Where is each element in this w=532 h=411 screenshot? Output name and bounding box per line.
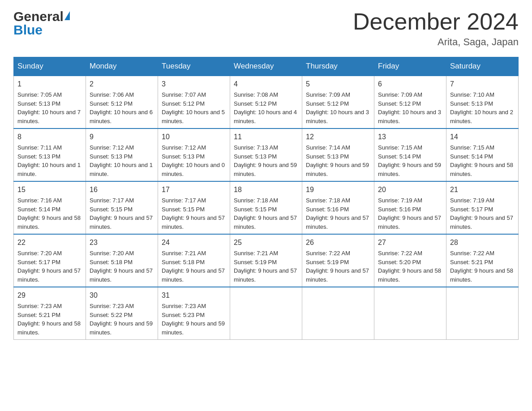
- day-number: 18: [234, 184, 298, 195]
- calendar-cell: 15Sunrise: 7:16 AMSunset: 5:14 PMDayligh…: [14, 181, 86, 234]
- sunset-label: Sunset: 5:12 PM: [90, 100, 133, 107]
- day-number: 11: [234, 132, 298, 142]
- sunset-label: Sunset: 5:12 PM: [306, 100, 349, 107]
- daylight-label: Daylight: 9 hours and 57 minutes.: [17, 267, 81, 283]
- day-number: 16: [90, 184, 154, 195]
- sunset-label: Sunset: 5:20 PM: [378, 259, 421, 265]
- day-number: 29: [17, 290, 82, 301]
- calendar-cell: 14Sunrise: 7:15 AMSunset: 5:14 PMDayligh…: [446, 128, 519, 181]
- calendar-header-sunday: Sunday: [14, 57, 86, 76]
- calendar-cell: 31Sunrise: 7:23 AMSunset: 5:23 PMDayligh…: [158, 287, 230, 340]
- sunset-label: Sunset: 5:17 PM: [450, 206, 493, 213]
- sunrise-label: Sunrise: 7:16 AM: [17, 197, 62, 204]
- day-number: 21: [450, 184, 515, 195]
- day-number: 10: [162, 132, 226, 142]
- daylight-label: Daylight: 9 hours and 57 minutes.: [90, 267, 153, 283]
- day-number: 24: [162, 237, 226, 248]
- calendar-week-row: 1Sunrise: 7:05 AMSunset: 5:13 PMDaylight…: [14, 76, 519, 128]
- location: Arita, Saga, Japan: [353, 36, 519, 48]
- calendar-cell: 22Sunrise: 7:20 AMSunset: 5:17 PMDayligh…: [14, 234, 86, 287]
- daylight-label: Daylight: 9 hours and 59 minutes.: [162, 320, 225, 336]
- sunset-label: Sunset: 5:14 PM: [17, 206, 60, 213]
- sunset-label: Sunset: 5:12 PM: [162, 100, 205, 107]
- sunset-label: Sunset: 5:22 PM: [90, 312, 133, 318]
- calendar-cell: 9Sunrise: 7:12 AMSunset: 5:13 PMDaylight…: [86, 128, 158, 181]
- sunset-label: Sunset: 5:15 PM: [234, 206, 277, 213]
- calendar-cell: 4Sunrise: 7:08 AMSunset: 5:12 PMDaylight…: [230, 76, 302, 128]
- title-area: December 2024 Arita, Saga, Japan: [353, 9, 519, 48]
- calendar-header-tuesday: Tuesday: [158, 57, 230, 76]
- sunset-label: Sunset: 5:13 PM: [162, 153, 205, 160]
- logo-general-text: General: [13, 9, 64, 24]
- day-number: 5: [306, 79, 370, 90]
- sunset-label: Sunset: 5:13 PM: [234, 153, 277, 160]
- calendar-header-thursday: Thursday: [302, 57, 374, 76]
- sunrise-label: Sunrise: 7:18 AM: [234, 197, 278, 204]
- daylight-label: Daylight: 9 hours and 59 minutes.: [90, 320, 153, 336]
- sunset-label: Sunset: 5:13 PM: [17, 100, 60, 107]
- sunrise-label: Sunrise: 7:08 AM: [234, 91, 278, 98]
- day-number: 1: [17, 79, 82, 90]
- sunrise-label: Sunrise: 7:22 AM: [450, 250, 494, 257]
- day-number: 8: [17, 132, 82, 142]
- sunset-label: Sunset: 5:12 PM: [234, 100, 277, 107]
- sunset-label: Sunset: 5:13 PM: [90, 153, 133, 160]
- sunrise-label: Sunrise: 7:09 AM: [378, 91, 422, 98]
- day-number: 23: [90, 237, 154, 248]
- day-number: 25: [234, 237, 298, 248]
- calendar-cell: 12Sunrise: 7:14 AMSunset: 5:13 PMDayligh…: [302, 128, 374, 181]
- sunset-label: Sunset: 5:13 PM: [17, 153, 60, 160]
- month-title: December 2024: [353, 9, 519, 34]
- sunrise-label: Sunrise: 7:23 AM: [17, 303, 62, 309]
- daylight-label: Daylight: 10 hours and 0 minutes.: [162, 162, 225, 177]
- calendar-header-row: SundayMondayTuesdayWednesdayThursdayFrid…: [14, 57, 519, 76]
- daylight-label: Daylight: 9 hours and 57 minutes.: [306, 214, 369, 230]
- sunset-label: Sunset: 5:14 PM: [378, 153, 421, 160]
- sunset-label: Sunset: 5:14 PM: [450, 153, 493, 160]
- sunrise-label: Sunrise: 7:12 AM: [90, 144, 134, 151]
- calendar-cell: 24Sunrise: 7:21 AMSunset: 5:18 PMDayligh…: [158, 234, 230, 287]
- calendar-cell: 16Sunrise: 7:17 AMSunset: 5:15 PMDayligh…: [86, 181, 158, 234]
- sunrise-label: Sunrise: 7:21 AM: [234, 250, 278, 257]
- daylight-label: Daylight: 9 hours and 58 minutes.: [450, 267, 513, 283]
- calendar-cell: 19Sunrise: 7:18 AMSunset: 5:16 PMDayligh…: [302, 181, 374, 234]
- daylight-label: Daylight: 10 hours and 5 minutes.: [162, 109, 225, 124]
- sunrise-label: Sunrise: 7:17 AM: [90, 197, 134, 204]
- day-number: 7: [450, 79, 515, 90]
- sunrise-label: Sunrise: 7:06 AM: [90, 91, 134, 98]
- sunset-label: Sunset: 5:12 PM: [378, 100, 421, 107]
- sunrise-label: Sunrise: 7:22 AM: [306, 250, 350, 257]
- calendar-cell: 5Sunrise: 7:09 AMSunset: 5:12 PMDaylight…: [302, 76, 374, 128]
- sunrise-label: Sunrise: 7:10 AM: [450, 91, 494, 98]
- daylight-label: Daylight: 9 hours and 59 minutes.: [306, 162, 369, 177]
- sunrise-label: Sunrise: 7:20 AM: [17, 250, 62, 257]
- calendar-week-row: 22Sunrise: 7:20 AMSunset: 5:17 PMDayligh…: [14, 234, 519, 287]
- calendar-cell: 23Sunrise: 7:20 AMSunset: 5:18 PMDayligh…: [86, 234, 158, 287]
- sunrise-label: Sunrise: 7:12 AM: [162, 144, 206, 151]
- sunset-label: Sunset: 5:21 PM: [17, 312, 60, 318]
- day-number: 22: [17, 237, 82, 248]
- sunrise-label: Sunrise: 7:19 AM: [450, 197, 494, 204]
- sunrise-label: Sunrise: 7:09 AM: [306, 91, 350, 98]
- calendar-cell: 1Sunrise: 7:05 AMSunset: 5:13 PMDaylight…: [14, 76, 86, 128]
- day-number: 12: [306, 132, 370, 142]
- calendar-table: SundayMondayTuesdayWednesdayThursdayFrid…: [13, 57, 519, 340]
- day-number: 13: [378, 132, 442, 142]
- calendar-cell: 20Sunrise: 7:19 AMSunset: 5:16 PMDayligh…: [374, 181, 446, 234]
- day-number: 20: [378, 184, 442, 195]
- calendar-cell: 7Sunrise: 7:10 AMSunset: 5:13 PMDaylight…: [446, 76, 519, 128]
- sunset-label: Sunset: 5:23 PM: [162, 312, 205, 318]
- calendar-cell: [374, 287, 446, 340]
- daylight-label: Daylight: 9 hours and 58 minutes.: [450, 162, 513, 177]
- sunset-label: Sunset: 5:18 PM: [90, 259, 133, 265]
- calendar-header-wednesday: Wednesday: [230, 57, 302, 76]
- daylight-label: Daylight: 9 hours and 57 minutes.: [234, 267, 297, 283]
- calendar-cell: 27Sunrise: 7:22 AMSunset: 5:20 PMDayligh…: [374, 234, 446, 287]
- sunrise-label: Sunrise: 7:21 AM: [162, 250, 206, 257]
- logo: General Blue: [13, 9, 70, 38]
- calendar-cell: 3Sunrise: 7:07 AMSunset: 5:12 PMDaylight…: [158, 76, 230, 128]
- sunrise-label: Sunrise: 7:11 AM: [17, 144, 62, 151]
- daylight-label: Daylight: 9 hours and 57 minutes.: [306, 267, 369, 283]
- daylight-label: Daylight: 9 hours and 57 minutes.: [450, 214, 513, 230]
- calendar-week-row: 8Sunrise: 7:11 AMSunset: 5:13 PMDaylight…: [14, 128, 519, 181]
